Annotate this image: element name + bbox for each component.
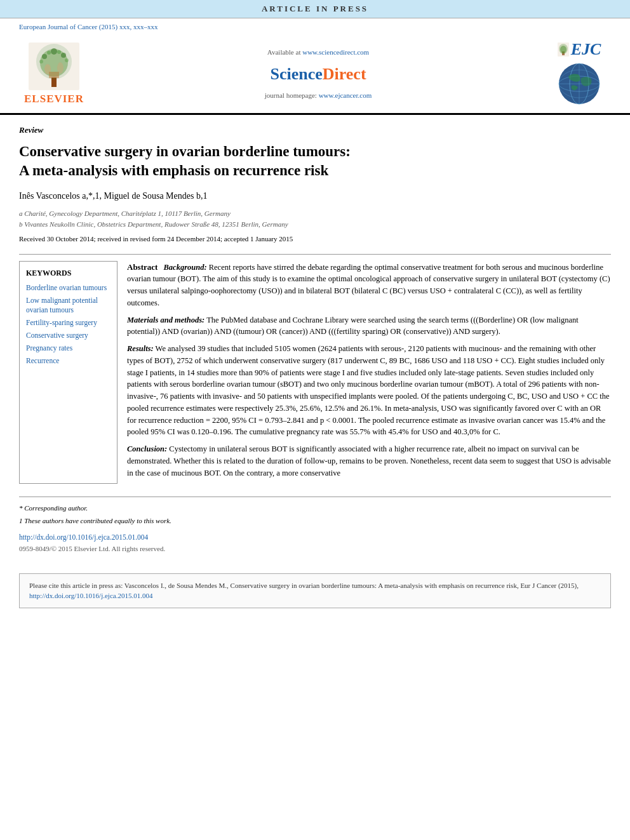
svg-point-8 <box>51 48 57 55</box>
copyright-line: 0959-8049/© 2015 Elsevier Ltd. All right… <box>19 544 611 554</box>
journal-ref-text: European Journal of Cancer (2015) xxx, x… <box>19 23 158 30</box>
svg-point-11 <box>57 50 61 54</box>
keyword-5: Pregnancy rates <box>26 343 111 353</box>
doi-line[interactable]: http://dx.doi.org/10.1016/j.ejca.2015.01… <box>19 532 611 542</box>
keyword-6: Recurrence <box>26 356 111 366</box>
sciencedirect-logo: ScienceDirect <box>270 63 366 86</box>
citation-doi-link[interactable]: http://dx.doi.org/10.1016/j.ejca.2015.01… <box>29 592 152 599</box>
footnote-equal-contribution: 1 These authors have contributed equally… <box>19 516 611 526</box>
keywords-title: KEYWORDS <box>26 268 111 279</box>
svg-point-7 <box>42 54 47 59</box>
elsevier-tree-icon <box>29 43 79 90</box>
footnote-corresponding: * Corresponding author. <box>19 503 611 513</box>
elsevier-logo: ELSEVIER <box>13 43 95 107</box>
affiliations: a Charité, Gynecology Department, Charit… <box>19 208 611 229</box>
available-at-text: Available at www.sciencedirect.com <box>267 48 369 57</box>
ejc-elsevier-small-icon <box>558 43 569 57</box>
svg-rect-6 <box>49 72 59 78</box>
keywords-box: KEYWORDS Borderline ovarian tumours Low … <box>19 261 117 484</box>
content-area: Review Conservative surgery in ovarian b… <box>0 115 630 621</box>
article-in-press-banner: ARTICLE IN PRESS <box>0 0 630 18</box>
journal-url[interactable]: www.ejcancer.com <box>319 91 372 99</box>
page: ARTICLE IN PRESS European Journal of Can… <box>0 0 630 840</box>
conclusion-title: Conclusion: <box>127 444 167 453</box>
affiliation-b: b Vivantes Neukolln Clinic, Obstetrics D… <box>19 219 611 230</box>
authors-line: Inês Vasconcelos a,*,1, Miguel de Sousa … <box>19 190 611 203</box>
header-area: ELSEVIER Available at www.sciencedirect.… <box>0 36 630 115</box>
title-line2: A meta-analysis with emphasis on recurre… <box>19 161 611 180</box>
doi-link[interactable]: http://dx.doi.org/10.1016/j.ejca.2015.01… <box>19 533 148 541</box>
center-header: Available at www.sciencedirect.com Scien… <box>95 48 541 100</box>
footnotes-area: * Corresponding author. 1 These authors … <box>19 497 611 526</box>
results-title: Results: <box>127 344 154 353</box>
abstract-content: Abstract Background: Recent reports have… <box>127 261 611 484</box>
journal-ref: European Journal of Cancer (2015) xxx, x… <box>0 18 630 36</box>
sd-science-text: Science <box>270 65 322 83</box>
ejc-brand-text: EJC <box>571 41 601 58</box>
ejc-logo: EJC <box>558 41 601 58</box>
received-dates: Received 30 October 2014; received in re… <box>19 234 611 244</box>
svg-point-17 <box>560 46 566 53</box>
abstract-background: Abstract Background: Recent reports have… <box>127 261 611 309</box>
citation-box: Please cite this article in press as: Va… <box>19 573 611 608</box>
svg-point-13 <box>65 58 69 62</box>
abstract-label: Abstract <box>127 262 158 272</box>
conclusion-text: Cystectomy in unilateral serous BOT is s… <box>127 444 611 477</box>
review-label: Review <box>19 124 611 136</box>
background-title: Background: <box>164 263 207 272</box>
svg-point-12 <box>39 60 43 63</box>
svg-point-10 <box>47 51 51 55</box>
article-title: Conservative surgery in ovarian borderli… <box>19 142 611 180</box>
divider-after-dates <box>19 254 611 255</box>
abstract-methods: Materials and methods: The PubMed databa… <box>127 314 611 338</box>
title-line1: Conservative surgery in ovarian borderli… <box>19 142 611 161</box>
journal-homepage: journal homepage: www.ejcancer.com <box>265 91 372 100</box>
affiliation-a: a Charité, Gynecology Department, Charit… <box>19 208 611 219</box>
methods-title: Materials and methods: <box>127 316 204 324</box>
results-text: We analysed 39 studies that included 510… <box>127 344 610 436</box>
keyword-1: Borderline ovarian tumours <box>26 283 111 293</box>
abstract-conclusion: Conclusion: Cystectomy in unilateral ser… <box>127 443 611 479</box>
keyword-4: Conservative surgery <box>26 331 111 340</box>
received-text: Received 30 October 2014; received in re… <box>19 235 293 243</box>
authors-text: Inês Vasconcelos a,*,1, Miguel de Sousa … <box>19 191 207 201</box>
svg-point-9 <box>61 53 66 58</box>
citation-text: Please cite this article in press as: Va… <box>29 582 579 589</box>
ejc-globe-icon <box>556 60 603 108</box>
ejc-logo-area: EJC <box>541 41 617 108</box>
sciencedirect-url[interactable]: www.sciencedirect.com <box>302 48 369 56</box>
banner-text: ARTICLE IN PRESS <box>262 4 368 13</box>
abstract-results: Results: We analysed 39 studies that inc… <box>127 343 611 438</box>
sd-direct-text: Direct <box>323 65 366 83</box>
keyword-3: Fertility-sparing surgery <box>26 318 111 328</box>
keyword-2: Low malignant potential ovarian tumours <box>26 296 111 315</box>
abstract-section: KEYWORDS Borderline ovarian tumours Low … <box>19 261 611 484</box>
elsevier-brand-text: ELSEVIER <box>24 91 84 107</box>
